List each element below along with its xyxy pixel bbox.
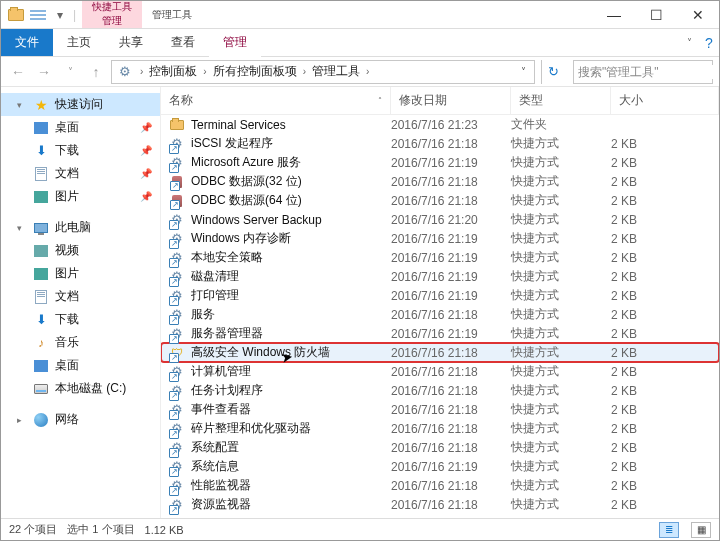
breadcrumb-chevron-icon[interactable]: › [199,66,210,77]
nav-label: 桌面 [55,119,79,136]
breadcrumb-control-panel[interactable]: 控制面板 [147,63,199,80]
file-name: ODBC 数据源(32 位) [191,173,302,190]
context-tab-admintools[interactable]: 管理工具 [142,1,202,28]
file-row[interactable]: ⚙资源监视器2016/7/16 21:18快捷方式2 KB [161,495,719,514]
search-input[interactable] [578,65,720,79]
breadcrumb-chevron-icon[interactable]: › [136,66,147,77]
file-date: 2016/7/16 21:19 [391,289,511,303]
content-pane: 名称˄ 修改日期 类型 大小 Terminal Services2016/7/1… [161,87,719,518]
breadcrumb-all-items[interactable]: 所有控制面板项 [211,63,299,80]
expand-icon[interactable]: ▸ [17,415,27,425]
breadcrumb-chevron-icon[interactable]: › [362,66,373,77]
tab-view[interactable]: 查看 [157,29,209,56]
file-date: 2016/7/16 21:18 [391,175,511,189]
file-row[interactable]: ODBC 数据源(32 位)2016/7/16 21:18快捷方式2 KB [161,172,719,191]
music-icon: ♪ [33,335,49,351]
file-row[interactable]: ⚙服务2016/7/16 21:18快捷方式2 KB [161,305,719,324]
nav-videos[interactable]: 视频 [1,239,160,262]
nav-label: 下载 [55,311,79,328]
file-type: 快捷方式 [511,458,611,475]
file-size: 2 KB [611,403,719,417]
file-row[interactable]: ⚙iSCSI 发起程序2016/7/16 21:18快捷方式2 KB [161,134,719,153]
context-tab-manage-pink[interactable]: 快捷工具 管理 [82,1,142,28]
quick-access-toolbar: ▾ | [1,1,82,28]
nav-documents[interactable]: 文档 📌 [1,162,160,185]
expand-icon[interactable]: ▾ [17,100,27,110]
nav-downloads2[interactable]: ⬇ 下载 [1,308,160,331]
qat-customize-icon[interactable]: ▾ [51,6,69,24]
title-bar: ▾ | 快捷工具 管理 管理工具 — ☐ ✕ [1,1,719,29]
qat-properties-icon[interactable] [29,6,47,24]
file-row[interactable]: ⚙Microsoft Azure 服务2016/7/16 21:19快捷方式2 … [161,153,719,172]
col-name[interactable]: 名称˄ [161,87,391,114]
file-row[interactable]: ⚙计算机管理2016/7/16 21:18快捷方式2 KB [161,362,719,381]
breadcrumb-admin-tools[interactable]: 管理工具 [310,63,362,80]
details-view-button[interactable]: ≣ [659,522,679,538]
address-history-dropdown[interactable]: ˅ [514,66,532,77]
thumbnails-view-button[interactable]: ▦ [691,522,711,538]
file-row[interactable]: ⚙事件查看器2016/7/16 21:18快捷方式2 KB [161,400,719,419]
nav-label: 文档 [55,288,79,305]
nav-downloads[interactable]: ⬇ 下载 📌 [1,139,160,162]
file-row[interactable]: ⚙碎片整理和优化驱动器2016/7/16 21:18快捷方式2 KB [161,419,719,438]
address-box[interactable]: ⚙ › 控制面板 › 所有控制面板项 › 管理工具 › ˅ [111,60,535,84]
help-icon[interactable]: ? [699,29,719,56]
breadcrumb-chevron-icon[interactable]: › [299,66,310,77]
up-button[interactable]: ↑ [85,61,107,83]
nav-music[interactable]: ♪ 音乐 [1,331,160,354]
nav-local-disk[interactable]: 本地磁盘 (C:) [1,377,160,400]
file-row[interactable]: ⚙Windows 内存诊断2016/7/16 21:19快捷方式2 KB [161,229,719,248]
ribbon-collapse-icon[interactable]: ˅ [679,29,699,56]
col-size[interactable]: 大小 [611,87,719,114]
file-size: 2 KB [611,289,719,303]
maximize-button[interactable]: ☐ [635,1,677,28]
file-row[interactable]: ⚙本地安全策略2016/7/16 21:19快捷方式2 KB [161,248,719,267]
back-button[interactable]: ← [7,61,29,83]
file-size: 2 KB [611,479,719,493]
forward-button[interactable]: → [33,61,55,83]
col-date[interactable]: 修改日期 [391,87,511,114]
nav-desktop[interactable]: 桌面 📌 [1,116,160,139]
nav-pictures[interactable]: 图片 📌 [1,185,160,208]
tab-share[interactable]: 共享 [105,29,157,56]
file-row[interactable]: ⚙服务器管理器2016/7/16 21:19快捷方式2 KB [161,324,719,343]
file-type: 快捷方式 [511,344,611,361]
file-row[interactable]: 🛡高级安全 Windows 防火墙2016/7/16 21:18快捷方式2 KB [161,343,719,362]
file-row[interactable]: Terminal Services2016/7/16 21:23文件夹 [161,115,719,134]
search-box[interactable]: 🔍 [573,60,713,84]
nav-this-pc[interactable]: ▾ 此电脑 [1,216,160,239]
tab-home[interactable]: 主页 [53,29,105,56]
file-name: 磁盘清理 [191,268,239,285]
nav-quick-access[interactable]: ▾ ★ 快速访问 [1,93,160,116]
file-row[interactable]: ODBC 数据源(64 位)2016/7/16 21:18快捷方式2 KB [161,191,719,210]
sort-asc-icon: ˄ [378,96,382,105]
nav-pictures2[interactable]: 图片 [1,262,160,285]
nav-documents2[interactable]: 文档 [1,285,160,308]
file-row[interactable]: ⚙系统信息2016/7/16 21:19快捷方式2 KB [161,457,719,476]
file-row[interactable]: ⚙磁盘清理2016/7/16 21:19快捷方式2 KB [161,267,719,286]
nav-desktop2[interactable]: 桌面 [1,354,160,377]
expand-icon[interactable]: ▾ [17,223,27,233]
file-type: 快捷方式 [511,287,611,304]
file-icon: ⚙ [169,364,185,380]
col-type[interactable]: 类型 [511,87,611,114]
close-button[interactable]: ✕ [677,1,719,28]
minimize-button[interactable]: — [593,1,635,28]
file-row[interactable]: ⚙性能监视器2016/7/16 21:18快捷方式2 KB [161,476,719,495]
file-icon [169,174,185,190]
file-date: 2016/7/16 21:18 [391,194,511,208]
refresh-button[interactable]: ↻ [541,60,565,84]
file-row[interactable]: ⚙打印管理2016/7/16 21:19快捷方式2 KB [161,286,719,305]
tab-manage[interactable]: 管理 [209,29,261,56]
recent-locations-button[interactable]: ˅ [59,61,81,83]
file-row[interactable]: ⚙Windows Server Backup2016/7/16 21:20快捷方… [161,210,719,229]
file-size: 2 KB [611,327,719,341]
nav-network[interactable]: ▸ 网络 [1,408,160,431]
file-row[interactable]: ⚙系统配置2016/7/16 21:18快捷方式2 KB [161,438,719,457]
file-list[interactable]: Terminal Services2016/7/16 21:23文件夹⚙iSCS… [161,115,719,518]
context-group-label: 快捷工具 [92,0,132,14]
pin-icon: 📌 [140,168,152,179]
column-headers: 名称˄ 修改日期 类型 大小 [161,87,719,115]
file-row[interactable]: ⚙任务计划程序2016/7/16 21:18快捷方式2 KB [161,381,719,400]
file-tab[interactable]: 文件 [1,29,53,56]
